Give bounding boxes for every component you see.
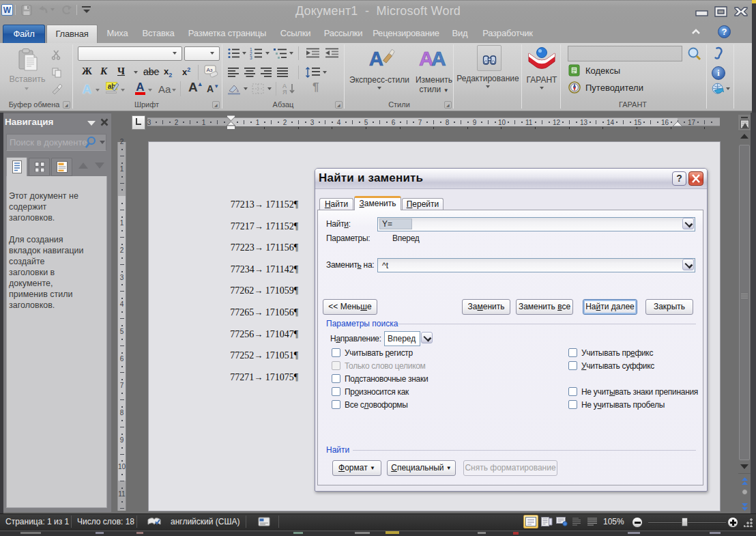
svg-text:Aз: Aз	[207, 67, 213, 73]
svg-text:A: A	[369, 47, 383, 70]
svg-text:Я: Я	[282, 89, 287, 95]
svg-text:A: A	[431, 47, 446, 70]
svg-text:3: 3	[250, 55, 252, 59]
